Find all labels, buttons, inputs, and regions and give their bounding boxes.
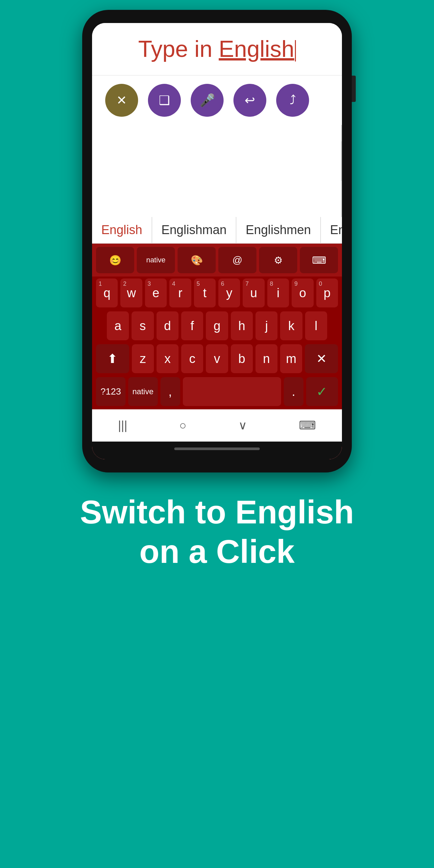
key-f[interactable]: f [181,311,203,340]
theme-button[interactable]: 🎨 [178,247,216,273]
key-l[interactable]: l [305,311,327,340]
key-j[interactable]: j [255,311,278,340]
num-3: 3 [148,280,151,287]
key-row-2: a s d f g h j k l [92,309,342,342]
key-x[interactable]: x [156,344,179,373]
key-q[interactable]: 1q [96,278,118,307]
enter-key[interactable]: ✓ [306,377,338,406]
key-y[interactable]: 6y [218,278,240,307]
phone-container: Type in English ✕ ❑ 🎤 ↩ ⤴ [82,10,352,472]
key-g[interactable]: g [206,311,228,340]
key-c[interactable]: c [181,344,203,373]
key-row-3: ⬆ z x c v b n m ✕ [92,342,342,375]
key-d[interactable]: d [156,311,179,340]
home-bar [174,447,260,450]
key-h[interactable]: h [231,311,253,340]
key-z[interactable]: z [132,344,154,373]
text-input-area: Type in English [92,23,342,75]
key-r[interactable]: 4r [169,278,191,307]
shift-button[interactable]: ⬆ [96,344,129,373]
period-key[interactable]: . [284,377,304,406]
backspace-key-icon: ✕ [316,351,327,366]
num-6: 6 [221,280,224,287]
key-e[interactable]: 3e [145,278,167,307]
key-i[interactable]: 8i [267,278,289,307]
key-k[interactable]: k [280,311,302,340]
keyboard-top-row: 😊 native 🎨 @ ⚙ ⌨ [92,244,342,277]
suggestion-english[interactable]: English [92,217,152,243]
num-0: 0 [319,280,322,287]
num-7: 7 [245,280,249,287]
keyboard: 😊 native 🎨 @ ⚙ ⌨ 1q 2w 3e 4r 5t 6y 7u 8i [92,244,342,459]
empty-space [92,125,342,217]
key-u[interactable]: 7u [243,278,265,307]
key-row-1: 1q 2w 3e 4r 5t 6y 7u 8i 9o 0p [92,277,342,309]
key-o[interactable]: 9o [291,278,313,307]
phone-frame: Type in English ✕ ❑ 🎤 ↩ ⤴ [82,10,352,472]
keyboard-hide-button[interactable]: ⌨ [300,247,338,273]
back-button[interactable]: ||| [108,415,137,436]
bottom-text-container: Switch to Englishon a Click [60,492,373,571]
phone-screen: Type in English ✕ ❑ 🎤 ↩ ⤴ [92,23,342,459]
home-indicator [92,441,342,459]
english-word: English [219,36,294,62]
recents-button[interactable]: ∨ [228,415,257,436]
key-p[interactable]: 0p [316,278,338,307]
bottom-heading: Switch to Englishon a Click [80,492,354,571]
copy-icon: ❑ [159,93,170,107]
key-n[interactable]: n [255,344,278,373]
key-t[interactable]: 5t [194,278,216,307]
emoji-button[interactable]: 😊 [96,247,134,273]
num-9: 9 [294,280,298,287]
numbers-button[interactable]: ?123 [96,377,126,406]
key-s[interactable]: s [131,311,154,340]
typed-text: Type in English [138,36,296,62]
side-button [352,75,356,102]
suggestions-bar: English Englishman Englishmen Eng [92,217,342,244]
space-key[interactable] [183,377,281,406]
backspace-key[interactable]: ✕ [305,344,338,373]
suggestion-englishman[interactable]: Englishman [152,217,237,243]
home-button[interactable]: ○ [169,415,196,436]
share-icon: ⤴ [290,93,296,107]
settings-button[interactable]: ⚙ [259,247,297,273]
num-1: 1 [99,280,102,287]
delete-button[interactable]: ✕ [105,84,138,117]
cursor [295,40,296,61]
comma-key[interactable]: , [160,377,180,406]
key-v[interactable]: v [206,344,228,373]
key-m[interactable]: m [280,344,302,373]
shift-icon: ⬆ [107,351,118,366]
mic-button[interactable]: 🎤 [191,84,224,117]
num-4: 4 [172,280,175,287]
num-2: 2 [123,280,126,287]
keyboard-icon-nav[interactable]: ⌨ [289,415,326,436]
keyboard-bottom-row: ?123 native , . ✓ [92,375,342,408]
undo-button[interactable]: ↩ [234,84,266,117]
nav-bar: ||| ○ ∨ ⌨ [92,409,342,441]
share-button[interactable]: ⤴ [276,84,309,117]
type-in-label: Type in [138,36,219,62]
toolbar: ✕ ❑ 🎤 ↩ ⤴ [92,75,342,125]
at-button[interactable]: @ [218,247,256,273]
key-a[interactable]: a [107,311,129,340]
key-b[interactable]: b [231,344,253,373]
backspace-icon: ✕ [116,93,127,107]
suggestion-englishmen[interactable]: Englishmen [237,217,321,243]
native-bottom-button[interactable]: native [128,377,158,406]
undo-icon: ↩ [245,93,255,107]
num-5: 5 [197,280,200,287]
native-toggle-button[interactable]: native [137,247,175,273]
num-8: 8 [270,280,273,287]
copy-button[interactable]: ❑ [148,84,181,117]
suggestion-eng[interactable]: Eng [321,217,342,243]
mic-icon: 🎤 [199,93,215,107]
key-w[interactable]: 2w [120,278,142,307]
